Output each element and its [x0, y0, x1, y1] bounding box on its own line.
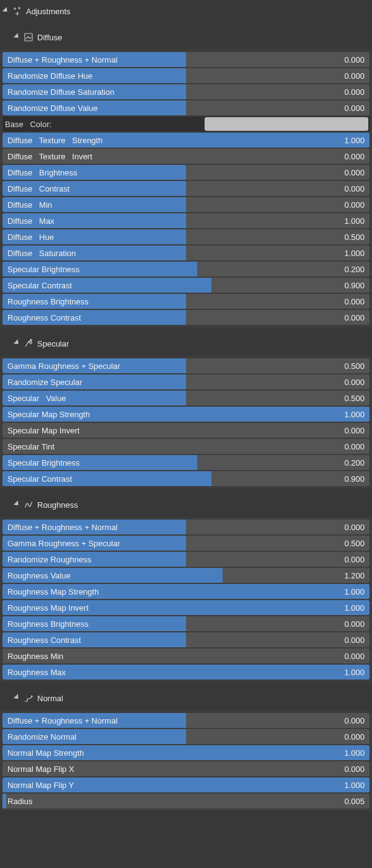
- slider-value: 0.000: [344, 374, 365, 389]
- specular-slider[interactable]: Specular Value0.500: [2, 391, 370, 405]
- adjustments-title: Adjustments: [26, 7, 71, 16]
- slider-value: 0.000: [344, 294, 365, 309]
- slider-label: Diffuse Contrast: [7, 181, 69, 196]
- diffuse-slider[interactable]: Diffuse Texture Strength1.000: [2, 133, 370, 148]
- slider-label: Roughness Min: [7, 649, 63, 663]
- chevron-down-icon: [2, 8, 9, 14]
- slider-value: 0.000: [344, 84, 365, 99]
- chevron-down-icon: [14, 695, 20, 701]
- slider-label: Diffuse Min: [7, 197, 52, 212]
- normal-body: Diffuse + Roughness + Normal0.000Randomi…: [0, 711, 372, 811]
- slider-label: Diffuse Saturation: [7, 246, 76, 260]
- slider-label: Randomize Specular: [7, 374, 82, 389]
- normal-header[interactable]: Normal: [0, 688, 372, 708]
- diffuse-slider[interactable]: Diffuse + Roughness + Normal0.000: [2, 52, 370, 67]
- slider-value: 1.000: [344, 407, 365, 422]
- slider-label: Randomize Diffuse Value: [7, 100, 98, 115]
- slider-value: 0.000: [344, 729, 365, 744]
- specular-body: Gamma Roughness + Specular0.500Randomize…: [0, 356, 372, 489]
- chevron-down-icon: [14, 340, 20, 347]
- diffuse-header[interactable]: Diffuse: [0, 27, 372, 47]
- slider-label: Normal Map Strength: [7, 745, 84, 760]
- slider-label: Specular Map Invert: [7, 423, 79, 438]
- image-frame-icon: [24, 32, 33, 42]
- diffuse-slider[interactable]: Diffuse Brightness0.000: [2, 165, 370, 180]
- roughness-slider[interactable]: Roughness Map Strength1.000: [2, 584, 370, 599]
- chevron-down-icon: [14, 34, 20, 40]
- roughness-slider[interactable]: Roughness Brightness0.000: [2, 616, 370, 631]
- specular-slider[interactable]: Randomize Specular0.000: [2, 374, 370, 389]
- normal-slider[interactable]: Normal Map Strength1.000: [2, 745, 370, 760]
- roughness-slider[interactable]: Diffuse + Roughness + Normal0.000: [2, 520, 370, 534]
- slider-label: Specular Brightness: [7, 455, 79, 470]
- slider-value: 0.000: [344, 149, 365, 164]
- roughness-title: Roughness: [37, 500, 78, 510]
- roughness-slider[interactable]: Gamma Roughness + Specular0.500: [2, 536, 370, 551]
- slider-label: Roughness Map Invert: [7, 600, 89, 615]
- slider-label: Diffuse Texture Strength: [7, 133, 102, 148]
- slider-label: Specular Contrast: [7, 471, 72, 486]
- diffuse-slider[interactable]: Diffuse Min0.000: [2, 197, 370, 212]
- slider-label: Gamma Roughness + Specular: [7, 536, 120, 551]
- slider-value: 1.000: [344, 665, 365, 680]
- slider-label: Diffuse Max: [7, 213, 55, 228]
- slider-value: 1.000: [344, 213, 365, 228]
- specular-slider[interactable]: Gamma Roughness + Specular0.500: [2, 358, 370, 373]
- roughness-slider[interactable]: Roughness Map Invert1.000: [2, 600, 370, 615]
- diffuse-slider[interactable]: Diffuse Max1.000: [2, 213, 370, 228]
- slider-label: Diffuse Brightness: [7, 165, 77, 180]
- slider-label: Diffuse Texture Invert: [7, 149, 92, 164]
- diffuse-slider[interactable]: Diffuse Hue0.500: [2, 229, 370, 244]
- diffuse-slider[interactable]: Randomize Diffuse Saturation0.000: [2, 84, 370, 99]
- slider-label: Diffuse + Roughness + Normal: [7, 520, 118, 534]
- slider-label: Diffuse Hue: [7, 229, 54, 244]
- roughness-header[interactable]: Roughness: [0, 495, 372, 515]
- slider-label: Roughness Brightness: [7, 294, 89, 309]
- diffuse-slider[interactable]: Roughness Brightness0.000: [2, 294, 370, 309]
- specular-slider[interactable]: Specular Map Invert0.000: [2, 423, 370, 438]
- slider-value: 1.000: [344, 133, 365, 148]
- diffuse-title: Diffuse: [37, 33, 62, 42]
- specular-slider[interactable]: Specular Map Strength1.000: [2, 407, 370, 422]
- normal-title: Normal: [37, 694, 63, 703]
- diffuse-slider[interactable]: Diffuse Texture Invert0.000: [2, 149, 370, 164]
- slider-value: 0.000: [344, 616, 365, 631]
- slider-value: 0.500: [344, 229, 365, 244]
- normal-slider[interactable]: Diffuse + Roughness + Normal0.000: [2, 713, 370, 728]
- base-color-swatch[interactable]: [205, 117, 368, 131]
- normal-slider[interactable]: Radius0.005: [2, 794, 370, 808]
- slider-label: Specular Map Strength: [7, 407, 90, 422]
- specular-header[interactable]: Specular: [0, 334, 372, 353]
- roughness-slider[interactable]: Roughness Min0.000: [2, 649, 370, 663]
- slider-value: 0.000: [344, 310, 365, 325]
- slider-label: Roughness Brightness: [7, 616, 89, 631]
- slider-value: 0.000: [344, 439, 365, 454]
- roughness-slider[interactable]: Roughness Contrast0.000: [2, 632, 370, 647]
- chevron-down-icon: [14, 502, 20, 508]
- slider-label: Roughness Map Strength: [7, 584, 99, 599]
- diffuse-slider[interactable]: Specular Contrast0.900: [2, 278, 370, 293]
- specular-slider[interactable]: Specular Tint0.000: [2, 439, 370, 454]
- slider-value: 0.200: [344, 262, 365, 277]
- slider-value: 0.900: [344, 471, 365, 486]
- roughness-slider[interactable]: Roughness Value1.200: [2, 568, 370, 583]
- normal-slider[interactable]: Randomize Normal0.000: [2, 729, 370, 744]
- normal-slider[interactable]: Normal Map Flip Y1.000: [2, 777, 370, 792]
- diffuse-slider[interactable]: Diffuse Contrast0.000: [2, 181, 370, 196]
- diffuse-slider[interactable]: Specular Brightness0.200: [2, 262, 370, 277]
- diffuse-slider[interactable]: Diffuse Saturation1.000: [2, 246, 370, 260]
- normal-slider[interactable]: Normal Map Flip X0.000: [2, 761, 370, 776]
- slider-label: Roughness Max: [7, 665, 66, 680]
- slider-value: 0.900: [344, 278, 365, 293]
- slider-label: Randomize Normal: [7, 729, 76, 744]
- specular-slider[interactable]: Specular Brightness0.200: [2, 455, 370, 470]
- diffuse-slider[interactable]: Randomize Diffuse Hue0.000: [2, 68, 370, 83]
- roughness-slider[interactable]: Randomize Roughness0.000: [2, 552, 370, 567]
- adjustments-header[interactable]: Adjustments: [0, 0, 372, 21]
- diffuse-slider[interactable]: Roughness Contrast0.000: [2, 310, 370, 325]
- roughness-slider[interactable]: Roughness Max1.000: [2, 665, 370, 680]
- slider-label: Diffuse + Roughness + Normal: [7, 52, 118, 67]
- slider-label: Roughness Value: [7, 568, 71, 583]
- specular-slider[interactable]: Specular Contrast0.900: [2, 471, 370, 486]
- diffuse-slider[interactable]: Randomize Diffuse Value0.000: [2, 100, 370, 115]
